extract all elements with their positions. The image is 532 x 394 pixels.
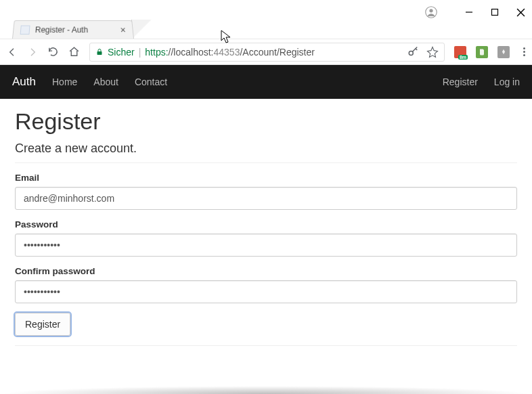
user-profile-icon[interactable] [425,6,437,18]
forward-button [27,47,38,58]
key-icon[interactable] [407,46,420,58]
browser-tab[interactable]: Register - Auth × [12,20,134,39]
password-label: Password [15,219,517,229]
page-title: Register [15,108,517,135]
nav-link-home[interactable]: Home [52,76,77,87]
nav-link-register[interactable]: Register [443,76,478,87]
confirm-password-label: Confirm password [15,266,517,276]
page-content: Register Create a new account. Email Pas… [0,99,532,365]
close-tab-icon[interactable]: × [120,24,126,35]
confirm-password-field[interactable] [15,280,517,303]
maximize-button[interactable] [490,7,500,17]
shadow-decoration [0,386,532,394]
address-bar-row: Sicher | https://localhost:44353/Account… [0,39,532,65]
brand[interactable]: Auth [12,75,36,89]
tab-title: Register - Auth [35,25,88,35]
extension-evernote-icon[interactable] [476,46,488,58]
register-button[interactable]: Register [15,313,70,336]
bookmark-star-icon[interactable] [426,46,439,58]
back-button[interactable] [7,47,18,58]
svg-point-1 [429,9,433,12]
menu-button[interactable] [523,47,525,56]
svg-rect-3 [492,9,498,16]
omnibox-divider: | [139,47,141,58]
url-text: https://localhost:44353/Account/Register [145,47,315,58]
omnibox[interactable]: Sicher | https://localhost:44353/Account… [89,43,445,62]
nav-link-contact[interactable]: Contact [135,76,167,87]
lock-icon [95,48,104,56]
close-window-button[interactable] [516,7,525,17]
extension-icon-1[interactable] [454,46,466,58]
divider-bottom [15,345,517,346]
svg-rect-6 [97,51,102,55]
svg-point-7 [409,51,413,55]
minimize-button[interactable] [464,7,474,17]
nav-link-about[interactable]: About [93,76,118,87]
secure-label: Sicher [108,47,135,58]
app-navbar: Auth Home About Contact Register Log in [0,65,532,99]
extension-pdf-icon[interactable] [497,46,510,58]
password-field[interactable] [15,234,517,257]
tab-strip: Register - Auth × [0,20,532,39]
email-label: Email [15,173,517,183]
email-field[interactable] [15,187,517,210]
subtitle: Create a new account. [15,141,517,156]
favicon-icon [20,25,30,35]
divider [15,162,517,163]
new-tab-button[interactable] [131,20,152,39]
reload-button[interactable] [47,46,59,58]
nav-link-login[interactable]: Log in [494,76,520,87]
home-button[interactable] [68,46,80,58]
